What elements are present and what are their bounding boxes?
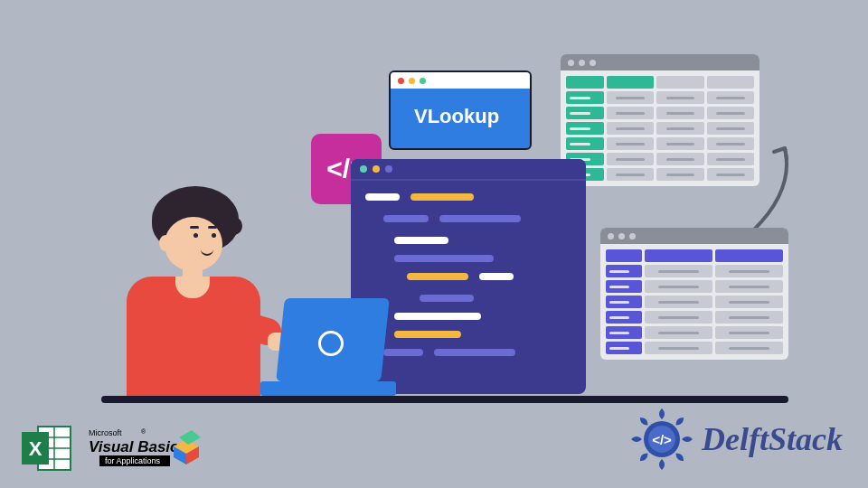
svg-text:®: ® <box>141 428 146 435</box>
spreadsheet-window-purple <box>600 228 788 360</box>
window-titlebar <box>351 159 586 181</box>
hero-illustration: VLookup </> <box>108 36 760 416</box>
window-titlebar <box>391 72 530 89</box>
vba-main-text: Visual Basic <box>89 438 179 455</box>
vba-top-text: Microsoft <box>89 428 122 437</box>
delftstack-text: DelftStack <box>702 420 843 458</box>
window-titlebar <box>561 54 760 70</box>
spreadsheet-window-green <box>561 54 760 186</box>
excel-logo-icon: X <box>20 421 74 475</box>
window-titlebar <box>600 228 788 244</box>
vba-sub-text: for Applications <box>105 456 161 465</box>
svg-text:</>: </> <box>652 432 672 447</box>
desk-line <box>101 396 788 403</box>
delftstack-badge-icon: </> <box>629 407 694 472</box>
person-illustration <box>99 179 280 396</box>
vlookup-label: VLookup <box>391 89 530 128</box>
vba-logo: Microsoft ® Visual Basic for Application… <box>87 425 203 474</box>
vlookup-window: VLookup <box>389 70 532 150</box>
laptop-illustration <box>260 298 396 396</box>
delftstack-logo: </> DelftStack <box>629 407 843 472</box>
svg-text:X: X <box>29 437 42 460</box>
